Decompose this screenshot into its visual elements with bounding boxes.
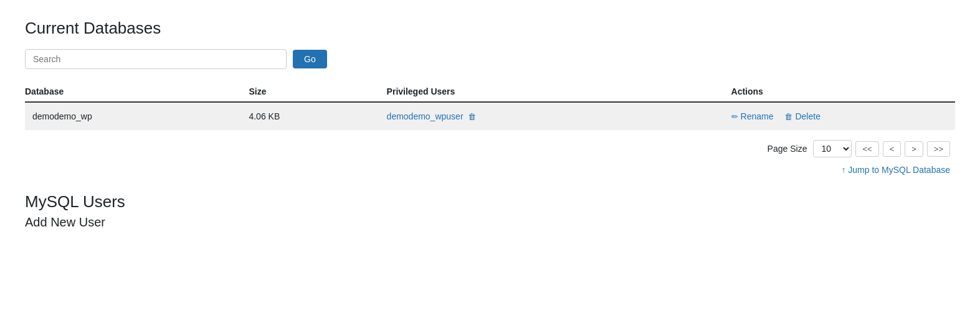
privileged-user-link[interactable]: demodemo_wpuser	[387, 111, 464, 121]
database-table: Database Size Privileged Users Actions d…	[25, 81, 955, 130]
last-page-button[interactable]: >>	[927, 141, 950, 157]
mysql-users-title: MySQL Users	[25, 192, 955, 212]
db-users: demodemo_wpuser 🗑	[387, 102, 731, 130]
col-header-database: Database	[25, 81, 249, 102]
db-size: 4.06 KB	[249, 102, 386, 130]
next-page-button[interactable]: >	[905, 141, 923, 157]
actions-cell: ✏ Rename 🗑 Delete	[731, 111, 948, 121]
page-wrapper: Current Databases Go Database Size Privi…	[0, 0, 980, 321]
table-row: demodemo_wp 4.06 KB demodemo_wpuser 🗑 ✏ …	[25, 102, 955, 130]
col-header-users: Privileged Users	[387, 81, 731, 102]
add-new-user-label: Add New User	[25, 215, 955, 230]
page-size-label: Page Size	[768, 144, 807, 154]
search-row: Go	[25, 49, 955, 69]
col-header-size: Size	[249, 81, 386, 102]
go-button[interactable]: Go	[293, 50, 327, 68]
jump-link-row: ↑ Jump to MySQL Database	[25, 165, 955, 175]
jump-to-mysql-link[interactable]: ↑ Jump to MySQL Database	[841, 165, 950, 175]
db-name: demodemo_wp	[25, 102, 249, 130]
table-header-row: Database Size Privileged Users Actions	[25, 81, 955, 102]
page-size-select[interactable]: 10 25 50 100	[813, 140, 852, 157]
col-header-actions: Actions	[731, 81, 955, 102]
rename-icon: ✏	[731, 112, 738, 121]
user-delete-icon[interactable]: 🗑	[468, 112, 476, 121]
first-page-button[interactable]: <<	[855, 141, 878, 157]
rename-button[interactable]: ✏ Rename	[731, 111, 774, 121]
current-databases-title: Current Databases	[25, 19, 955, 38]
prev-page-button[interactable]: <	[883, 141, 902, 157]
delete-button[interactable]: 🗑 Delete	[784, 111, 820, 121]
pagination-row: Page Size 10 25 50 100 << < > >>	[25, 140, 955, 157]
db-actions: ✏ Rename 🗑 Delete	[731, 102, 955, 130]
delete-icon: 🗑	[784, 112, 792, 121]
search-input[interactable]	[25, 49, 287, 69]
